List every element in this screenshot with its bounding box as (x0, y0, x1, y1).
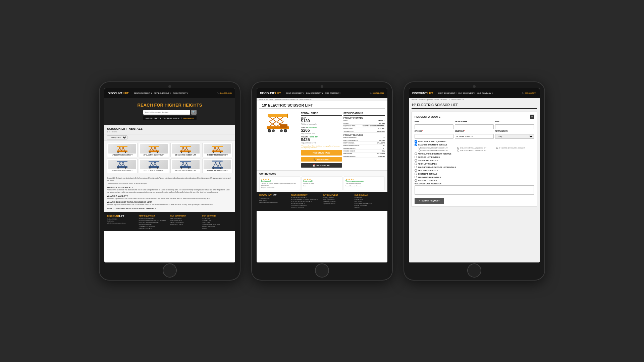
submit-request-button[interactable]: ✓ SUBMIT REQUEST (415, 198, 444, 204)
trencher-label: TRENCHER RENTALS (418, 180, 437, 182)
features-title: PRODUCT FEATURES (343, 134, 385, 136)
equipment-input[interactable] (455, 134, 494, 139)
phone-input[interactable] (455, 124, 494, 129)
sub-checkbox-60ft[interactable] (457, 149, 459, 152)
spec-label-mh: MACHINE HEIGHT: (343, 147, 356, 149)
review-stars-1: ★★★★★ (261, 178, 299, 180)
right-navbar-phone[interactable]: 📞 888-508-5377 (522, 92, 536, 94)
svg-rect-45 (149, 161, 159, 162)
svg-point-77 (269, 130, 270, 131)
zip-input[interactable] (415, 134, 453, 139)
sub-item-60ft: 60' ELECTRIC ARTICULATING BOOM LIFT (457, 149, 495, 152)
price-row-4wk: 4 WEEKS • SAVE 34% $425 Regular Price $1… (301, 136, 342, 144)
hero-title-yellow: HIGHER HEIGHTS (164, 103, 202, 108)
svg-rect-61 (212, 161, 223, 162)
product-img-1 (108, 144, 136, 154)
left-ipad-screen: DISCOUNT LIFT RENT EQUIPMENT ▾ BUY EQUIP… (104, 88, 235, 262)
sort-bar: Order By: Size (104, 134, 235, 141)
right-nav-rent[interactable]: RENT EQUIPMENT ▾ (438, 92, 457, 94)
mid-nav-company[interactable]: OUR COMPANY ▾ (325, 92, 340, 94)
sub-label-30ft: 30' ELECTRIC ARTICULATING BOOM LIFT (421, 147, 448, 149)
quote-form-box: REQUEST A QUOTE × NAME * PHONE NUMBER * (412, 112, 537, 207)
name-input[interactable] (415, 124, 453, 129)
rental-length-select[interactable]: 1 Day 5 Days 4 Weeks (495, 134, 534, 139)
mid-nav-rent[interactable]: RENT EQUIPMENT ▾ (286, 92, 304, 94)
form-row-1: NAME * PHONE NUMBER * EMAIL * (415, 121, 534, 129)
excavator-checkbox[interactable] (415, 159, 417, 162)
left-nav-buy[interactable]: BUY EQUIPMENT ▾ (154, 92, 171, 94)
list-item: ★★★★★ Great people! Discount Lift Rental… (259, 176, 300, 190)
list-item[interactable]: 26' ELECTRIC SCISSOR LIFT (139, 143, 169, 157)
sub-item-45ft: 45' ELECTRIC ARTICULATING BOOM LIFT (496, 147, 534, 149)
phone-button[interactable]: 📞 888-508-5377 (301, 157, 342, 162)
scissor-lift-icon-7 (179, 160, 192, 169)
price-note: **Prices are Base Rates - Additional fee… (301, 145, 342, 148)
listing-description: Discount Lift Rentals is your best place… (104, 175, 235, 212)
svg-point-31 (220, 152, 221, 153)
equipment-field: EQUIPMENT * (455, 130, 494, 139)
sort-select[interactable]: Order By: Size (107, 135, 127, 139)
mid-footer-rent-6: FORKLIFT RENTALS (291, 207, 322, 209)
mid-footer-logo-col: DISCOUNTLIFT 📞 888-508-5377 Book Online … (259, 194, 290, 209)
email-input[interactable] (495, 124, 534, 129)
electric-boom-checkbox[interactable] (415, 143, 417, 146)
boom-lift-checkbox[interactable] (415, 173, 417, 175)
sub-checkbox-40fta[interactable] (419, 149, 421, 152)
product-label-1: 19' ELECTRIC SCISSOR LIFT (108, 154, 136, 156)
rent-additional-checkbox[interactable] (415, 140, 417, 143)
notes-textarea[interactable] (415, 185, 534, 195)
list-item[interactable]: 26' ELECTRIC SCISSOR LIFT (202, 143, 233, 157)
right-nav-buy[interactable]: BUY EQUIPMENT ▾ (459, 92, 475, 94)
boom-lift-label: BOOM LIFT RENTALS (418, 173, 437, 175)
left-ipad: DISCOUNT LIFT RENT EQUIPMENT ▾ BUY EQUIP… (100, 82, 240, 280)
search-button[interactable]: 🔍 (191, 110, 197, 115)
footer-rent-col: RENT EQUIPMENT SCISSOR LIFT RENTALS ROUG… (139, 215, 169, 230)
telehandler-checkbox[interactable] (415, 176, 417, 178)
mid-navbar-phone[interactable]: 📞 888-508-5377 (370, 92, 384, 94)
rough-terrain-checkbox[interactable] (415, 166, 417, 168)
skid-steer-checkbox[interactable] (415, 169, 417, 172)
scissor-lift-icon-2 (148, 144, 160, 153)
logo-discount-left: DISCOUNT (108, 92, 122, 95)
spec-value-model: SJX 3219 (379, 122, 385, 124)
book-online-button[interactable]: 📅 BOOK ONLINE (301, 163, 342, 168)
sub-item-40fta: 40' ELECTRIC ARTICULATING BOOM LIFT (419, 149, 457, 152)
specs-section: SPECIFICATIONS PRODUCT OVERVIEW MAKE: SK… (343, 112, 385, 168)
left-nav-rent[interactable]: RENT EQUIPMENT ▾ (134, 92, 152, 94)
hero-title-white: REACH FOR (138, 103, 165, 108)
product-img-4 (204, 144, 231, 154)
list-item[interactable]: 32' ELECTRIC SCISSOR LIFT (139, 159, 169, 173)
list-item[interactable]: 19' ELECTRIC SCISSOR LIFT (107, 143, 138, 157)
section-title-1: WHAT IS A SCISSOR LIFT? (107, 186, 232, 188)
left-navbar-phone[interactable]: 📞 844-858-6101 (217, 92, 232, 94)
list-item[interactable]: 26' ELECTRIC SCISSOR LIFT (170, 143, 201, 157)
left-nav-company[interactable]: OUR COMPANY ▾ (173, 92, 188, 94)
price-amount-5: $265 (301, 128, 342, 132)
sub-label-40fta: 40' ELECTRIC ARTICULATING BOOM LIFT (421, 150, 448, 152)
logo-discount-mid: DISCOUNT (260, 92, 274, 95)
notes-section: NOTES / ADDITIONAL INFORMATION (415, 183, 534, 196)
section-text-2: A manlift is a general term that usually… (107, 198, 232, 200)
forklift-checkbox[interactable] (415, 163, 417, 165)
main-scene: DISCOUNT LIFT RENT EQUIPMENT ▾ BUY EQUIP… (0, 82, 644, 280)
sub-checkbox-45ft[interactable] (496, 147, 498, 149)
rent-additional-label: RENT ADDITIONAL EQUIPMENT (418, 140, 446, 142)
right-ipad-screen: DISCOUNT LIFT RENT EQUIPMENT ▾ BUY EQUIP… (409, 88, 540, 262)
trencher-checkbox[interactable] (415, 179, 417, 182)
price-row-1day: 1 DAY $130 Additional fees apply. (301, 117, 342, 125)
quote-close-button[interactable]: × (530, 115, 534, 119)
articulating-boom-checkbox[interactable] (415, 153, 417, 155)
list-item[interactable]: 40' ELECTRIC SCISSOR LIFT (202, 159, 233, 173)
svg-point-54 (181, 167, 182, 169)
footer-email: sales@discountequipment.com (107, 222, 138, 224)
mid-nav-buy[interactable]: BUY EQUIPMENT ▾ (306, 92, 323, 94)
scissor-lift-checkbox[interactable] (415, 156, 417, 158)
list-item[interactable]: 32' ELECTRIC SCISSOR LIFT (170, 159, 201, 173)
right-nav-company[interactable]: OUR COMPANY ▾ (477, 92, 493, 94)
sub-checkbox-30ft[interactable] (419, 147, 421, 149)
reserve-now-button[interactable]: RESERVE NOW (301, 150, 342, 156)
search-input[interactable] (143, 110, 190, 115)
list-item[interactable]: 32' ELECTRIC SCISSOR LIFT (107, 159, 138, 173)
sub-checkbox-40ft[interactable] (457, 147, 459, 149)
middle-ipad-screen: DISCOUNT LIFT RENT EQUIPMENT ▾ BUY EQUIP… (257, 88, 387, 262)
